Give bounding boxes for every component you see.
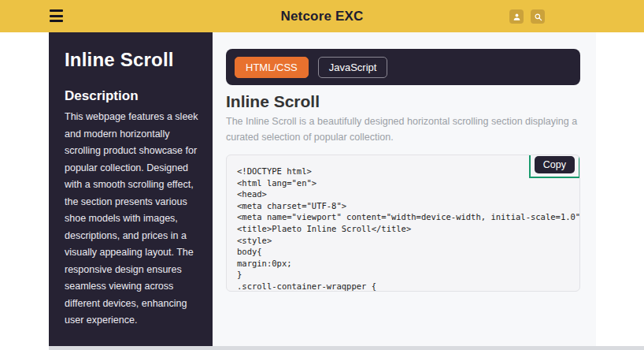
search-button[interactable] [531,9,545,24]
header-actions [509,9,545,24]
sidebar: Inline Scroll Description This webpage f… [49,32,213,346]
page-title: Inline Scroll [226,92,580,111]
copy-button-focus-outline: Copy [529,155,580,178]
user-button[interactable] [509,9,524,24]
tab-html-css[interactable]: HTML/CSS [235,57,309,78]
user-icon [513,13,521,21]
tab-javascript[interactable]: JavaScript [318,57,388,78]
main-content: HTML/CSS JavaScript Inline Scroll The In… [213,32,596,346]
sidebar-section-description: Description This webpage features a slee… [65,88,198,330]
app-header: Netcore EXC [0,0,644,32]
horizontal-scrollbar[interactable] [49,346,644,350]
description-body: This webpage features a sleek and modern… [65,109,198,330]
copy-button[interactable]: Copy [535,156,575,173]
description-heading: Description [65,88,198,104]
search-icon [534,13,542,21]
sidebar-title: Inline Scroll [65,49,198,71]
code-snippet-block[interactable]: <!DOCTYPE html> <html lang="en"> <head> … [226,155,580,292]
page-description: The Inline Scroll is a beautifully desig… [226,114,580,145]
code-snippet: <!DOCTYPE html> <html lang="en"> <head> … [237,166,579,292]
code-tabbar: HTML/CSS JavaScript [226,49,580,85]
app-title: Netcore EXC [0,9,644,24]
